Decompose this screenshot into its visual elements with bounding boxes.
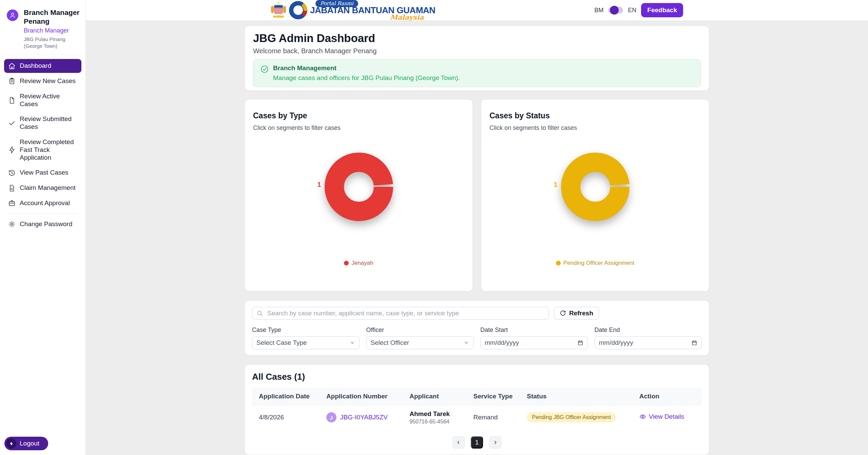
cases-by-status-card: Cases by Status Click on segments to fil… [481, 100, 709, 291]
search-input[interactable] [252, 307, 549, 320]
col-application-date: Application Date [252, 388, 320, 405]
portal-rasmi-label: Portal Rasmi [315, 0, 358, 7]
top-header: Portal Rasmi JABATAN BANTUAN GUAMAN Mala… [0, 0, 868, 20]
legend-dot-icon [556, 261, 561, 265]
gear-icon [8, 220, 16, 228]
chart-title: Cases by Type [253, 111, 464, 120]
filter-card: Refresh Case Type Select Case Type Offic… [245, 301, 709, 355]
application-number-link[interactable]: JBG-I0YABJ5ZV [340, 414, 388, 421]
logout-button[interactable]: Logout [4, 437, 48, 450]
legend-label: Pending Officer Assignment [563, 260, 634, 266]
check-circle-icon [260, 65, 269, 74]
select-value: Select Case Type [256, 339, 307, 347]
chevron-down-icon [464, 340, 469, 345]
clipboard-icon [8, 77, 16, 85]
file-icon [8, 184, 16, 192]
date-end-input[interactable]: mm/dd/yyyy [595, 336, 702, 349]
search-icon [256, 310, 263, 317]
col-status: Status [520, 388, 633, 405]
filter-case-type: Case Type Select Case Type [252, 327, 360, 349]
filter-label: Date End [595, 327, 702, 334]
sidebar-item-review-fast-track[interactable]: Review Completed Fast Track Application [4, 135, 81, 164]
date-value: mm/dd/yyyy [599, 339, 633, 347]
sidebar-item-change-password[interactable]: Change Password [4, 217, 81, 231]
calendar-icon [691, 340, 697, 346]
branch-management-alert: Branch Management Manage cases and offic… [253, 59, 701, 87]
status-badge: Pending JBG Officer Assignment [527, 412, 616, 422]
view-details-link[interactable]: View Details [639, 413, 684, 420]
sidebar-item-label: View Past Cases [20, 169, 68, 177]
chart-subtitle: Click on segments to filter cases [253, 124, 464, 132]
donut-value-label: 1 [547, 181, 558, 189]
sidebar-item-claim-management[interactable]: Claim Management [4, 181, 81, 195]
officer-select[interactable]: Select Officer [366, 336, 474, 349]
sidebar-item-label: Review Submitted Cases [20, 115, 77, 131]
sidebar-item-label: Review New Cases [20, 77, 76, 85]
sidebar-item-label: Account Approval [20, 199, 70, 207]
col-applicant: Applicant [403, 388, 466, 405]
document-icon [8, 97, 16, 104]
chevron-down-icon [350, 340, 355, 345]
lang-bm-label: BM [594, 7, 603, 14]
all-cases-card: All Cases (1) Application Date Applicati… [245, 365, 709, 455]
site-logo[interactable]: Portal Rasmi JABATAN BANTUAN GUAMAN Mala… [271, 0, 435, 21]
chart-legend[interactable]: Pending Officer Assignment [481, 260, 709, 266]
person-icon [9, 12, 16, 19]
chart-legend[interactable]: Jenayah [245, 260, 472, 266]
applicant-name: Ahmed Tarek [409, 410, 461, 418]
toggle-knob [610, 6, 619, 15]
logo-malaysia-label: Malaysia [390, 14, 424, 21]
feedback-button[interactable]: Feedback [641, 3, 683, 17]
col-application-number: Application Number [320, 388, 403, 405]
refresh-icon [560, 310, 566, 316]
jbg-emblem-icon [289, 1, 307, 19]
table-row: 4/8/2026 J JBG-I0YABJ5ZV Ahmed Tarek 950… [252, 405, 702, 430]
sidebar-item-review-submitted-cases[interactable]: Review Submitted Cases [4, 112, 81, 134]
refresh-button[interactable]: Refresh [554, 307, 599, 320]
sidebar-item-review-new-cases[interactable]: Review New Cases [4, 74, 81, 88]
power-bolt-icon [6, 438, 16, 449]
language-toggle[interactable] [608, 7, 623, 14]
header-controls: BM EN Feedback [594, 3, 683, 17]
check-icon [8, 119, 16, 127]
refresh-label: Refresh [569, 310, 593, 317]
page-subtitle: Welcome back, Branch Manager Penang [253, 47, 701, 55]
previous-page-button[interactable] [452, 436, 465, 449]
sidebar-menu: Dashboard Review New Cases Review Active… [0, 55, 85, 231]
profile-name: Branch Manager Penang [24, 8, 81, 25]
coat-of-arms-icon [271, 1, 286, 19]
sidebar: Branch Manager Penang Branch Manager JBG… [0, 0, 86, 455]
legend-label: Jenayah [351, 260, 373, 266]
case-avatar: J [326, 412, 336, 422]
cases-by-type-donut[interactable]: 1 [323, 151, 394, 222]
sidebar-item-label: Change Password [20, 220, 72, 228]
sidebar-divider [8, 214, 77, 214]
case-type-select[interactable]: Select Case Type [252, 336, 360, 349]
sidebar-item-label: Review Active Cases [20, 93, 77, 108]
page-number-button[interactable]: 1 [471, 436, 483, 449]
main-content: JBG Admin Dashboard Welcome back, Branch… [86, 0, 868, 455]
search-field [252, 307, 549, 320]
filter-label: Case Type [252, 327, 360, 334]
profile-role: Branch Manager [24, 27, 81, 34]
briefcase-icon [8, 199, 16, 207]
filter-officer: Officer Select Officer [366, 327, 474, 349]
sidebar-item-view-past-cases[interactable]: View Past Cases [4, 166, 81, 180]
sidebar-item-label: Dashboard [20, 62, 51, 70]
history-icon [8, 169, 16, 177]
chart-subtitle: Click on segments to filter cases [489, 124, 701, 132]
cases-by-status-donut[interactable]: 1 [560, 151, 631, 222]
user-profile: Branch Manager Penang Branch Manager JBG… [0, 0, 85, 55]
applicant-id: 950716-65-4564 [409, 419, 461, 425]
user-avatar [7, 9, 18, 21]
view-details-label: View Details [649, 413, 684, 420]
next-page-button[interactable] [489, 436, 501, 449]
sidebar-item-account-approval[interactable]: Account Approval [4, 196, 81, 210]
legend-dot-icon [344, 261, 349, 265]
sidebar-item-dashboard[interactable]: Dashboard [4, 59, 81, 73]
sidebar-item-review-active-cases[interactable]: Review Active Cases [4, 90, 81, 111]
donut-segment [571, 162, 620, 211]
welcome-card: JBG Admin Dashboard Welcome back, Branch… [245, 26, 709, 91]
date-start-input[interactable]: mm/dd/yyyy [480, 336, 588, 349]
bolt-icon [8, 146, 16, 154]
